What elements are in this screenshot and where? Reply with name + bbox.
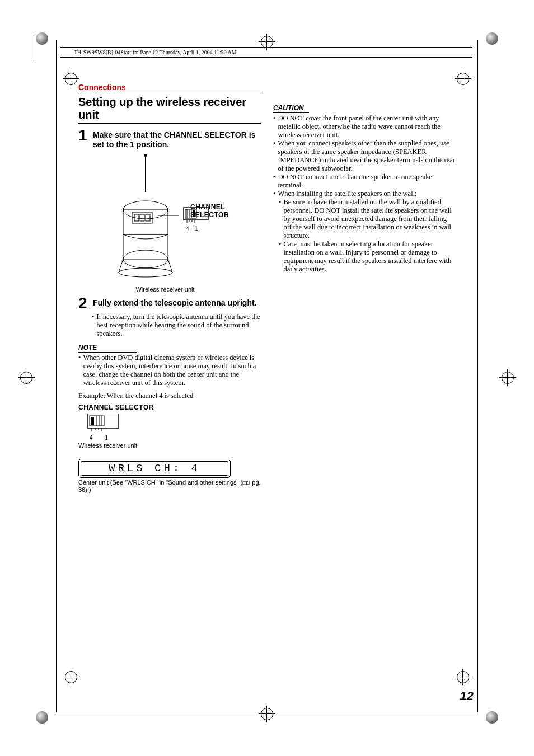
note-item: When other DVD digital cinema system or … bbox=[78, 354, 261, 387]
caution-text: DO NOT cover the front panel of the cent… bbox=[278, 114, 456, 139]
step-sub-bullet: If necessary, turn the telescopic antenn… bbox=[92, 313, 261, 338]
caution-text: When you connect speakers other than the… bbox=[278, 139, 456, 173]
caution-text: When installing the satellite speakers o… bbox=[278, 190, 416, 198]
lcd-text: WRLS CH: 4 bbox=[109, 462, 200, 475]
page-ref-icon bbox=[242, 479, 250, 486]
lcd-caption-a: Center unit (See "WRLS CH" in "Sound and… bbox=[78, 479, 242, 486]
tick-label: 1 bbox=[105, 435, 109, 441]
header-rule-bottom bbox=[60, 57, 472, 58]
header-rule-top bbox=[60, 47, 472, 48]
caution-sub-item: Care must be taken in selecting a locati… bbox=[279, 240, 456, 274]
note-heading: NOTE bbox=[78, 344, 261, 351]
caution-heading: CAUTION bbox=[273, 104, 456, 112]
caution-item: DO NOT cover the front panel of the cent… bbox=[273, 114, 456, 139]
crop-mark-tr bbox=[485, 34, 510, 59]
step-1: 1 Make sure that the CHANNEL SELECTOR is… bbox=[78, 128, 261, 149]
crop-mark-bl bbox=[24, 697, 49, 722]
caution-item: DO NOT connect more than one speaker to … bbox=[273, 173, 456, 190]
selector-caption: Wireless receiver unit bbox=[78, 442, 261, 449]
figure-caption: Wireless receiver unit bbox=[101, 286, 229, 293]
tick-label: 4 bbox=[90, 435, 93, 441]
caution-item: When you connect speakers other than the… bbox=[273, 139, 456, 173]
bullet-text: If necessary, turn the telescopic antenn… bbox=[96, 313, 261, 338]
example-line: Example: When the channel 4 is selected bbox=[78, 392, 261, 400]
section-label: Connections bbox=[78, 83, 261, 93]
caution-item: When installing the satellite speakers o… bbox=[273, 190, 456, 198]
tick-label: 4 bbox=[186, 226, 189, 232]
step-text: Fully extend the telescopic antenna upri… bbox=[93, 296, 257, 308]
crop-mark-tl bbox=[24, 34, 49, 59]
note-text: When other DVD digital cinema system or … bbox=[83, 354, 261, 387]
caution-sub-item: Be sure to have them installed on the wa… bbox=[279, 198, 456, 240]
step-text: Make sure that the CHANNEL SELECTOR is s… bbox=[93, 128, 261, 149]
svg-point-10 bbox=[119, 268, 172, 277]
lcd-caption: Center unit (See "WRLS CH" in "Sound and… bbox=[78, 479, 261, 494]
svg-rect-8 bbox=[123, 234, 168, 259]
svg-rect-7 bbox=[146, 214, 150, 221]
svg-rect-32 bbox=[243, 482, 246, 485]
caution-text: DO NOT connect more than one speaker to … bbox=[278, 173, 456, 190]
crop-mark-br bbox=[485, 697, 510, 722]
step-2: 2 Fully extend the telescopic antenna up… bbox=[78, 296, 261, 311]
selector-figure: 4 1 bbox=[87, 414, 261, 441]
step-number: 2 bbox=[78, 296, 90, 311]
page-title: Setting up the wireless receiver unit bbox=[78, 96, 261, 124]
page-number: 12 bbox=[460, 689, 474, 703]
caution-sub-text: Care must be taken in selecting a locati… bbox=[283, 240, 456, 274]
header-text: TH-SW9SW8[B]-04Start.fm Page 12 Thursday… bbox=[74, 49, 237, 55]
note-rule bbox=[78, 352, 137, 353]
svg-rect-24 bbox=[91, 417, 94, 425]
registration-right bbox=[499, 369, 516, 386]
figure-receiver-unit: CHANNEL SELECTOR 4 1 Wireless receiver u… bbox=[106, 154, 229, 293]
lcd-display: WRLS CH: 4 bbox=[78, 459, 231, 478]
svg-rect-3 bbox=[123, 210, 168, 234]
selector-callout-label: CHANNEL SELECTOR bbox=[190, 203, 229, 219]
caution-rule bbox=[273, 112, 309, 113]
registration-left bbox=[18, 369, 35, 386]
selector-label: CHANNEL SELECTOR bbox=[78, 403, 261, 411]
tick-label: 1 bbox=[195, 226, 198, 232]
step-number: 1 bbox=[78, 128, 90, 143]
svg-rect-6 bbox=[140, 214, 144, 221]
caution-sub-text: Be sure to have them installed on the wa… bbox=[283, 198, 456, 240]
svg-point-1 bbox=[144, 154, 147, 157]
